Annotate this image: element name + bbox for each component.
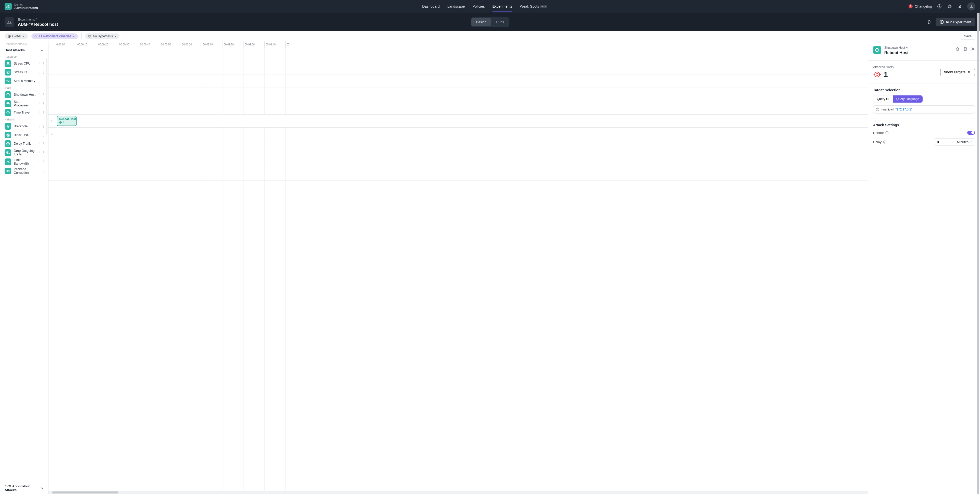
drag-handle-icon[interactable]: ⋮⋮: [38, 79, 46, 83]
palette-item-label: Stress IO: [14, 70, 35, 74]
clock-icon: [5, 109, 11, 116]
run-experiment-button[interactable]: Run Experiment: [935, 17, 975, 26]
palette-item-label: Stop Processes: [14, 100, 35, 107]
timeline-scrollbar[interactable]: [48, 491, 868, 494]
org-name: Administrators: [14, 6, 38, 10]
attack-palette: Container Attacks Host Attacks Resource …: [0, 41, 48, 494]
drag-handle-icon[interactable]: ⋮⋮: [38, 62, 46, 65]
trash-icon[interactable]: [956, 47, 959, 51]
ruler-tick: 00:01:10: [202, 41, 213, 48]
user-icon: [958, 4, 962, 9]
palette-item[interactable]: Stop Processes⋮⋮: [0, 99, 48, 108]
nav-dashboard[interactable]: Dashboard: [422, 0, 440, 12]
lane-number: 1: [48, 114, 55, 127]
query-input[interactable]: host.ipv4="172.17.0.2": [873, 105, 975, 114]
panel-type-selector[interactable]: Shutdown Host: [884, 46, 953, 49]
nav-experiments[interactable]: Experiments: [492, 0, 512, 12]
drag-handle-icon[interactable]: ⋮⋮: [38, 93, 46, 97]
limit-icon: [5, 159, 11, 165]
avatar[interactable]: [967, 2, 975, 11]
caret-down-icon: [39, 7, 41, 9]
page-scrollbar[interactable]: [977, 13, 980, 494]
drag-handle-icon[interactable]: ⋮⋮: [38, 133, 46, 137]
copy-icon[interactable]: [963, 47, 967, 51]
close-icon[interactable]: [971, 47, 975, 51]
drag-handle-icon[interactable]: ⋮⋮: [38, 124, 46, 128]
palette-item[interactable]: Block DNS⋮⋮: [0, 131, 48, 139]
drag-handle-icon[interactable]: ⋮⋮: [38, 169, 46, 173]
timeline-tracks[interactable]: 1 + Reboot Host 1: [48, 48, 868, 491]
delete-button[interactable]: [926, 19, 932, 25]
breadcrumb[interactable]: Experiments /: [18, 18, 37, 21]
org-switcher[interactable]: Demo / Administrators: [5, 3, 61, 10]
palette-item[interactable]: Blackhole⋮⋮: [0, 122, 48, 131]
globe-icon: [8, 35, 11, 38]
help-icon[interactable]: [876, 108, 880, 111]
caret-down-icon: [73, 35, 75, 37]
palette-item[interactable]: Delay Traffic⋮⋮: [0, 139, 48, 148]
drag-handle-icon[interactable]: ⋮⋮: [38, 141, 46, 146]
org-logo-icon: [5, 3, 12, 10]
palette-item[interactable]: Package Corruption⋮⋮: [0, 166, 48, 176]
section-container-attacks[interactable]: Container Attacks: [0, 41, 48, 46]
palette-item[interactable]: Stress CPU⋮⋮: [0, 59, 48, 68]
ruler-tick: 00:00:10: [76, 41, 87, 48]
attacked-hosts-count: 1: [884, 70, 888, 79]
palette-item[interactable]: Time Travel⋮⋮: [0, 108, 48, 117]
add-lane-button[interactable]: +: [48, 127, 55, 141]
cpu-icon: [5, 60, 11, 67]
info-icon[interactable]: [885, 131, 889, 135]
ruler-tick: 00:01:40: [264, 41, 275, 48]
ruler-tick: 0:00:00: [55, 41, 65, 48]
target-selection-heading: Target Selection: [873, 88, 975, 92]
top-nav: Demo / Administrators Dashboard Landscap…: [0, 0, 980, 13]
palette-scrollbar[interactable]: [46, 43, 48, 480]
changelog-link[interactable]: 1 Changelog: [908, 4, 932, 8]
nav-tabs: Dashboard Landscape Policies Experiments…: [61, 0, 908, 12]
palette-item[interactable]: Shutdown Host⋮⋮: [0, 91, 48, 99]
section-host-attacks[interactable]: Host Attacks: [0, 46, 48, 54]
target-icon: [873, 70, 881, 79]
stop-icon: [5, 100, 11, 107]
panel-title[interactable]: Reboot Host: [884, 51, 953, 57]
show-targets-button[interactable]: Show Targets: [940, 68, 975, 76]
save-button[interactable]: Save: [960, 33, 975, 40]
dns-icon: [5, 132, 11, 138]
tab-runs[interactable]: Runs: [492, 18, 509, 26]
experiment-icon: [5, 17, 14, 27]
palette-item[interactable]: Drop Outgoing Traffic⋮⋮: [0, 148, 48, 157]
delay-unit-select[interactable]: Minutes: [954, 138, 975, 146]
info-icon[interactable]: [883, 140, 886, 144]
drag-handle-icon[interactable]: ⋮⋮: [38, 70, 46, 74]
nav-weak-spots[interactable]: Weak Spotsbeta: [520, 0, 547, 12]
tab-query-ui[interactable]: Query UI: [873, 95, 893, 103]
drag-handle-icon[interactable]: ⋮⋮: [38, 160, 46, 164]
tab-design[interactable]: Design: [471, 18, 491, 26]
palette-item[interactable]: Stress Memory⋮⋮: [0, 76, 48, 85]
section-jvm-attacks[interactable]: JVM Application Attacks: [0, 482, 48, 494]
tab-query-language[interactable]: Query Language: [893, 95, 923, 103]
drag-handle-icon[interactable]: ⋮⋮: [38, 151, 46, 155]
palette-item[interactable]: Limit Bandwidth⋮⋮: [0, 157, 48, 166]
palette-item-label: Stress CPU: [14, 62, 35, 65]
nav-policies[interactable]: Policies: [473, 0, 485, 12]
env-vars-chip[interactable]: fx 1 Environment variables: [32, 33, 78, 39]
chevron-down-icon: [41, 487, 44, 490]
drag-handle-icon[interactable]: ⋮⋮: [38, 102, 46, 106]
palette-item[interactable]: Stress IO⋮⋮: [0, 68, 48, 76]
nav-landscape[interactable]: Landscape: [447, 0, 465, 12]
scope-chip[interactable]: Global: [5, 33, 28, 39]
divider: [81, 33, 82, 39]
view-switch: Design Runs: [471, 17, 509, 27]
delay-input[interactable]: [934, 138, 954, 146]
hypothesis-chip[interactable]: No Hypothesis: [85, 33, 119, 39]
help-button[interactable]: [937, 3, 942, 9]
timeline-block-reboot-host[interactable]: Reboot Host 1: [57, 116, 76, 126]
delay-icon: [5, 140, 11, 147]
reboot-toggle[interactable]: [967, 131, 975, 135]
chevron-up-icon: [41, 49, 44, 52]
settings-button[interactable]: [947, 3, 953, 9]
drag-handle-icon[interactable]: ⋮⋮: [38, 111, 46, 114]
palette-item-label: Stress Memory: [14, 79, 35, 83]
profile-button[interactable]: [957, 3, 963, 9]
